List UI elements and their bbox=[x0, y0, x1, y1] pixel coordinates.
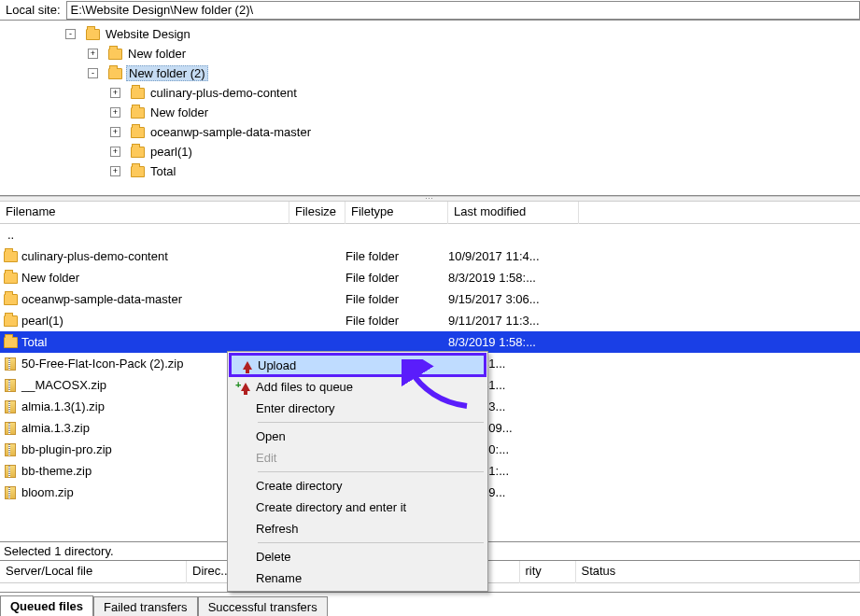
folder-icon bbox=[4, 251, 18, 262]
folder-icon bbox=[4, 337, 18, 348]
menu-item-edit: Edit bbox=[230, 447, 486, 469]
tab-successful-transfers[interactable]: Successful transfers bbox=[198, 596, 328, 616]
folder-icon bbox=[131, 147, 145, 158]
folder-icon bbox=[131, 88, 145, 99]
file-modified: 9/11/2017 11:3... bbox=[448, 314, 579, 328]
folder-tree[interactable]: -Website Design+New folder-New folder (2… bbox=[0, 21, 860, 196]
expand-icon[interactable]: + bbox=[88, 49, 98, 59]
folder-icon bbox=[131, 127, 145, 138]
file-row[interactable]: New folderFile folder8/3/2019 1:58:... bbox=[0, 267, 860, 288]
parent-directory: .. bbox=[7, 228, 14, 242]
expand-icon[interactable]: + bbox=[110, 107, 120, 118]
folder-icon bbox=[131, 166, 145, 177]
expand-icon[interactable]: + bbox=[110, 147, 120, 157]
menu-item-add-label: Add files to queue bbox=[256, 380, 353, 394]
folder-icon bbox=[131, 107, 145, 119]
add-to-queue-icon bbox=[235, 383, 256, 391]
tree-node[interactable]: +culinary-plus-demo-content bbox=[0, 83, 860, 103]
file-name: __MACOSX.zip bbox=[21, 378, 106, 392]
file-row[interactable]: Total8/3/2019 1:58:... bbox=[0, 331, 860, 353]
collapse-icon[interactable]: - bbox=[65, 29, 76, 39]
tree-node[interactable]: +oceanwp-sample-data-master bbox=[0, 122, 860, 142]
file-name: 50-Free-Flat-Icon-Pack (2).zip bbox=[21, 357, 183, 371]
column-header-status[interactable]: Status bbox=[576, 561, 861, 583]
file-name: pearl(1) bbox=[21, 314, 63, 328]
local-site-label: Local site: bbox=[2, 1, 64, 19]
folder-icon bbox=[4, 273, 18, 284]
menu-item-delete-label: Delete bbox=[256, 550, 291, 564]
file-type: File folder bbox=[345, 314, 448, 328]
menu-item-delete[interactable]: Delete bbox=[230, 546, 486, 567]
file-modified: 10/9/2017 11:4... bbox=[448, 249, 579, 263]
file-type: File folder bbox=[345, 271, 448, 285]
folder-icon bbox=[4, 315, 18, 327]
zip-icon bbox=[5, 357, 16, 371]
file-type: File folder bbox=[345, 292, 448, 306]
menu-separator bbox=[258, 422, 484, 423]
file-modified: 9/15/2017 3:06... bbox=[448, 292, 579, 306]
zip-icon bbox=[5, 443, 16, 456]
column-header-filename[interactable]: Filename bbox=[0, 202, 289, 224]
zip-icon bbox=[5, 486, 16, 499]
file-name: bloom.zip bbox=[21, 485, 74, 499]
tree-node-label: Website Design bbox=[104, 27, 192, 41]
file-name: almia.1.3.zip bbox=[21, 421, 90, 435]
folder-icon bbox=[86, 29, 100, 40]
tab-queued-files[interactable]: Queued files bbox=[0, 595, 93, 616]
file-list-header: Filename Filesize Filetype Last modified bbox=[0, 202, 860, 224]
expand-icon[interactable]: + bbox=[110, 166, 120, 176]
menu-item-enter-label: Enter directory bbox=[256, 401, 335, 415]
menu-separator bbox=[258, 542, 484, 543]
annotation-arrow bbox=[402, 359, 476, 415]
tree-node-label: culinary-plus-demo-content bbox=[148, 86, 299, 100]
column-header-server-file[interactable]: Server/Local file bbox=[0, 561, 187, 583]
menu-item-create-directory[interactable]: Create directory bbox=[230, 475, 486, 497]
tree-node-label: New folder bbox=[148, 105, 210, 119]
file-modified: 8/3/2019 1:58:... bbox=[448, 335, 579, 349]
menu-item-rename[interactable]: Rename bbox=[230, 567, 486, 589]
file-row[interactable]: culinary-plus-demo-contentFile folder10/… bbox=[0, 245, 860, 267]
zip-icon bbox=[5, 422, 16, 435]
column-header-modified[interactable]: Last modified bbox=[448, 202, 579, 224]
menu-item-open-label: Open bbox=[256, 429, 286, 443]
tree-node[interactable]: -New folder (2) bbox=[0, 63, 860, 83]
file-name: oceanwp-sample-data-master bbox=[21, 292, 182, 306]
file-row[interactable]: pearl(1)File folder9/11/2017 11:3... bbox=[0, 310, 860, 331]
tree-node-label: oceanwp-sample-data-master bbox=[148, 125, 313, 139]
tab-failed-transfers[interactable]: Failed transfers bbox=[93, 596, 198, 616]
file-name: bb-plugin-pro.zip bbox=[21, 442, 112, 456]
menu-item-upload-label: Upload bbox=[258, 358, 296, 372]
menu-item-create-enter-label: Create directory and enter it bbox=[256, 500, 406, 514]
local-site-bar: Local site: E:\Website Design\New folder… bbox=[0, 0, 860, 21]
collapse-icon[interactable]: - bbox=[88, 68, 98, 78]
menu-item-edit-label: Edit bbox=[256, 451, 276, 465]
upload-icon bbox=[237, 361, 258, 370]
file-name: Total bbox=[21, 335, 47, 349]
file-type: File folder bbox=[345, 249, 448, 263]
column-header-priority[interactable]: rity bbox=[520, 561, 576, 583]
menu-separator bbox=[258, 471, 484, 472]
expand-icon[interactable]: + bbox=[110, 88, 120, 98]
tree-node[interactable]: -Website Design bbox=[0, 24, 860, 44]
file-row[interactable]: oceanwp-sample-data-masterFile folder9/1… bbox=[0, 288, 860, 310]
column-header-filetype[interactable]: Filetype bbox=[345, 202, 448, 224]
tree-node[interactable]: +New folder bbox=[0, 103, 860, 122]
menu-item-create-directory-enter[interactable]: Create directory and enter it bbox=[230, 497, 486, 518]
tree-node-label: New folder (2) bbox=[126, 65, 208, 81]
file-row[interactable]: .. bbox=[0, 224, 860, 245]
tree-node-label: New folder bbox=[126, 47, 188, 61]
local-site-path-input[interactable]: E:\Website Design\New folder (2)\ bbox=[66, 1, 860, 20]
column-header-filesize[interactable]: Filesize bbox=[289, 202, 345, 224]
file-name: culinary-plus-demo-content bbox=[21, 249, 168, 263]
tree-node[interactable]: +Total bbox=[0, 161, 860, 181]
menu-item-rename-label: Rename bbox=[256, 571, 302, 585]
menu-item-refresh-label: Refresh bbox=[256, 522, 299, 536]
file-modified: 8/3/2019 1:58:... bbox=[448, 271, 579, 285]
zip-icon bbox=[5, 465, 16, 478]
expand-icon[interactable]: + bbox=[110, 127, 120, 137]
menu-item-refresh[interactable]: Refresh bbox=[230, 518, 486, 539]
zip-icon bbox=[5, 400, 16, 413]
menu-item-open[interactable]: Open bbox=[230, 426, 486, 447]
tree-node[interactable]: +pearl(1) bbox=[0, 142, 860, 161]
tree-node[interactable]: +New folder bbox=[0, 44, 860, 63]
